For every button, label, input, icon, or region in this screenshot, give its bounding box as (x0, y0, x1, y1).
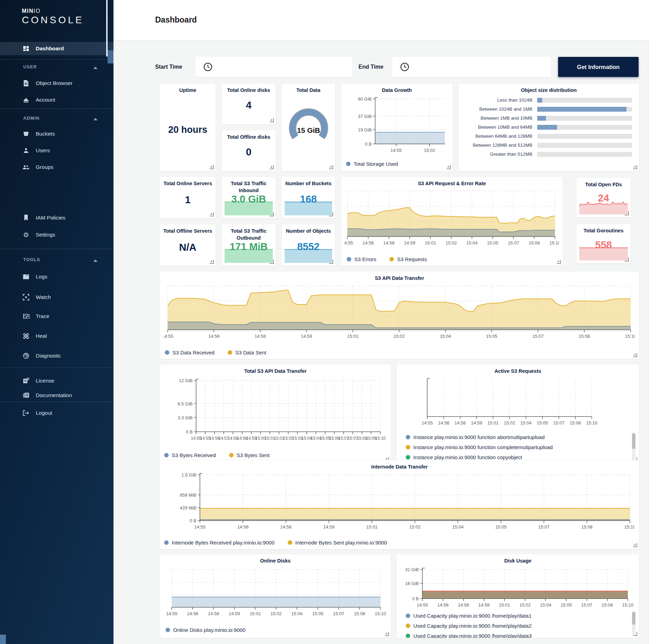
sidebar-divider (0, 59, 113, 60)
svg-text:15:05: 15:05 (486, 334, 498, 339)
resize-handle-icon[interactable] (633, 353, 637, 357)
resize-handle-icon[interactable] (557, 260, 561, 264)
sidebar-item-label: Account (36, 97, 55, 103)
legend-scrollbar-thumb[interactable] (632, 433, 635, 449)
dashboard-icon (22, 44, 30, 53)
svg-text:15:10: 15:10 (625, 334, 635, 339)
sidebar-item-dashboard[interactable]: Dashboard (0, 42, 113, 55)
legend-scrollbar[interactable] (632, 611, 635, 635)
end-time-label: End Time (359, 57, 384, 77)
distribution-label: Between 10MB and 64MB (459, 124, 532, 130)
sidebar-section-admin[interactable]: ADMIN (0, 116, 113, 123)
sidebar-item-object-browser[interactable]: Object Browser (0, 77, 113, 89)
total-s3-data-transfer-card: Total S3 API Data Transfer 12 GiB6.5 GiB… (160, 364, 391, 463)
legend-label: Internode Bytes Sent play.minio.io:9000 (295, 540, 387, 546)
logo-product: CONSOLE (22, 15, 84, 25)
svg-text:15:04: 15:04 (466, 240, 478, 246)
resize-handle-icon[interactable] (210, 212, 214, 216)
svg-text:15:07: 15:07 (333, 611, 345, 616)
bar-track (537, 134, 632, 139)
start-time-field[interactable] (195, 57, 352, 77)
svg-text:15:01: 15:01 (425, 240, 436, 246)
sidebar-item-label: Users (36, 147, 50, 154)
svg-text:15:02: 15:02 (394, 334, 405, 339)
sidebar-section-tools[interactable]: TOOLS (0, 257, 113, 264)
sidebar-item-logs[interactable]: Logs (0, 271, 113, 283)
sidebar-scrollbar-corner[interactable] (0, 635, 6, 644)
sidebar-item-watch[interactable]: Watch (0, 291, 113, 303)
sidebar-scrollbar-track[interactable] (106, 0, 108, 57)
svg-text:15:07: 15:07 (508, 240, 519, 246)
resize-handle-icon[interactable] (447, 165, 451, 169)
legend-scrollbar[interactable] (632, 432, 635, 461)
card-title: Internode Data Transfer (160, 464, 639, 471)
sidebar-item-diagnostic[interactable]: Diagnostic (0, 350, 113, 362)
sidebar-item-documentation[interactable]: Documentation (0, 389, 113, 402)
svg-text:0 B: 0 B (365, 141, 372, 147)
svg-text:15:05: 15:05 (312, 611, 323, 616)
sidebar-item-trace[interactable]: Trace (0, 310, 113, 323)
chart-legend: Total Storage Used (346, 160, 398, 168)
resize-handle-icon[interactable] (329, 165, 333, 169)
sidebar-item-users[interactable]: Users (0, 144, 113, 157)
sidebar-item-label: Dashboard (36, 45, 64, 52)
sidebar-item-iam-policies[interactable]: IAM Policies (0, 212, 113, 224)
legend-label: Instance play.minio.io:9000 function cop… (413, 454, 522, 460)
card-title: Total Offline disks (222, 134, 276, 141)
svg-text:15:08: 15:08 (570, 420, 581, 426)
end-time-field[interactable] (392, 57, 551, 77)
sidebar-item-buckets[interactable]: Buckets (0, 128, 113, 140)
sidebar-item-label: Diagnostic (36, 353, 61, 359)
sidebar-item-settings[interactable]: ⚙ Settings (0, 229, 113, 241)
legend-dot (406, 624, 410, 628)
minio-logo: MINIO CONSOLE (22, 8, 84, 25)
sidebar-item-heal[interactable]: Heal (0, 330, 113, 342)
buckets-card: Number of Buckets 168 (281, 177, 335, 218)
svg-text:15:10: 15:10 (375, 611, 386, 616)
open-fds-value: 24 (576, 192, 631, 204)
chevron-up-icon[interactable] (93, 118, 98, 120)
online-disks-chart: 14:5514:5614:5814:5915:0115:0215:0415:05… (162, 565, 386, 618)
bar-fill (537, 98, 542, 103)
resize-handle-icon[interactable] (385, 632, 389, 636)
legend-dot (164, 453, 169, 457)
svg-text:15:04: 15:04 (520, 420, 532, 426)
svg-text:15:04: 15:04 (452, 524, 464, 530)
sidebar-item-logout[interactable]: Logout (0, 407, 113, 419)
svg-text:14:56: 14:56 (363, 240, 374, 246)
resize-handle-icon[interactable] (633, 165, 637, 169)
chevron-up-icon[interactable] (93, 67, 98, 69)
svg-text:15:05: 15:05 (487, 240, 498, 246)
object-size-distribution-card: Object size distribution Less than 1024B… (458, 83, 639, 171)
start-time-input[interactable] (217, 57, 351, 78)
svg-text:15:05: 15:05 (560, 602, 572, 608)
bar-track (537, 125, 632, 130)
legend-label: S3 Errors (354, 256, 376, 262)
resize-handle-icon[interactable] (210, 165, 214, 169)
legend-scrollbar-thumb[interactable] (632, 612, 635, 625)
resize-handle-icon[interactable] (633, 543, 637, 547)
svg-text:15:10: 15:10 (549, 240, 559, 246)
resize-handle-icon[interactable] (270, 165, 274, 169)
resize-handle-icon[interactable] (210, 260, 214, 264)
legend-dot (347, 257, 351, 261)
section-title: ADMIN (23, 116, 40, 121)
end-time-input[interactable] (414, 57, 549, 78)
svg-text:14:58: 14:58 (455, 420, 466, 426)
legend-dot (165, 350, 169, 355)
bar-track (537, 98, 632, 103)
sidebar-item-groups[interactable]: Groups (0, 161, 113, 173)
bar-track (537, 116, 632, 121)
resize-handle-icon[interactable] (270, 118, 274, 122)
svg-text:14:55: 14:55 (417, 602, 428, 608)
sidebar-section-user[interactable]: USER (0, 65, 113, 71)
legend-label: S3 Bytes Sent (237, 452, 270, 458)
chevron-up-icon[interactable] (93, 259, 98, 262)
sidebar-scrollbar-thumb[interactable] (108, 50, 113, 63)
sidebar-item-account[interactable]: Account (0, 94, 113, 106)
svg-text:15:10: 15:10 (622, 602, 633, 608)
svg-text:14:58: 14:58 (208, 611, 219, 616)
get-information-button[interactable]: Get Information (558, 57, 639, 77)
sidebar-item-license[interactable]: License (0, 375, 113, 387)
online-disks-value: 4 (222, 100, 276, 111)
